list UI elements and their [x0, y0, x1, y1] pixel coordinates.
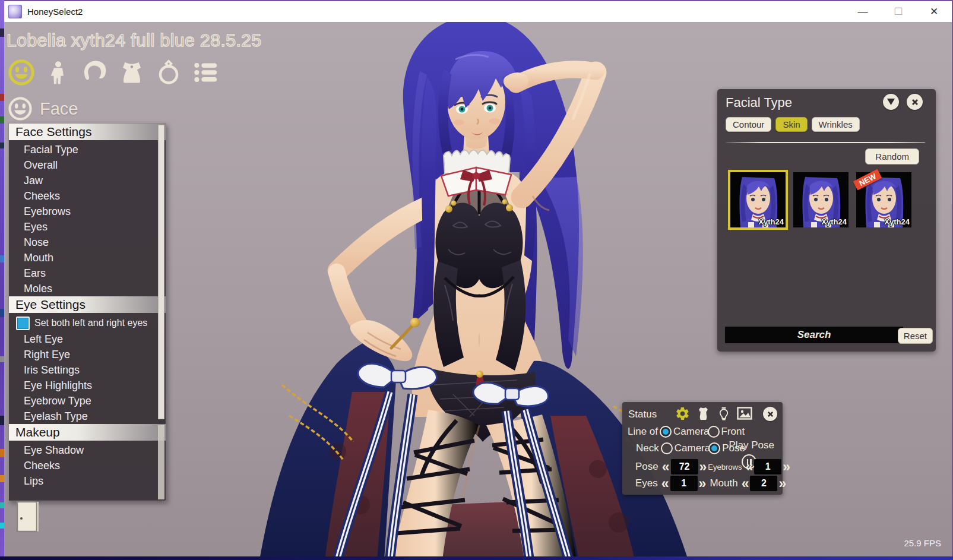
collapse-panel-button[interactable] — [883, 94, 899, 110]
menu-item-ears[interactable]: Ears — [9, 265, 166, 281]
close-icon — [911, 99, 919, 106]
panel-divider — [726, 142, 925, 143]
line-of-sight-camera-label: Camera — [673, 426, 709, 438]
clothes-category-icon[interactable] — [118, 59, 145, 86]
section-header-makeup: Makeup — [9, 424, 166, 441]
maximize-button[interactable]: ☐ — [881, 1, 916, 22]
facial-type-panel: Facial Type Contour Skin Wrinkles Random — [717, 89, 936, 352]
desktop-icon-fragment — [0, 475, 4, 482]
clothing-icon[interactable] — [695, 406, 711, 421]
increment-icon[interactable]: » — [699, 461, 707, 473]
body-category-icon[interactable] — [45, 59, 72, 86]
lightbulb-icon[interactable] — [716, 406, 732, 421]
menu-item-eyebrow-type[interactable]: Eyebrow Type — [9, 393, 166, 409]
tab-skin[interactable]: Skin — [775, 117, 807, 132]
titlebar: HoneySelect2 — ☐ ✕ — [4, 1, 952, 22]
image-icon[interactable] — [737, 406, 752, 421]
eyes-stepper-label: Eyes — [635, 477, 658, 489]
menu-item-eyelash-type[interactable]: Eyelash Type — [9, 409, 166, 424]
window-controls: — ☐ ✕ — [845, 1, 952, 22]
status-title: Status — [628, 409, 657, 420]
section-header-eye-settings: Eye Settings — [9, 296, 166, 313]
eyes-value: 1 — [670, 476, 698, 491]
line-of-sight-label: Line of — [628, 426, 658, 438]
neck-camera-radio[interactable] — [661, 442, 673, 454]
pose-value: 72 — [671, 459, 698, 474]
gear-icon[interactable] — [675, 406, 690, 421]
increment-icon[interactable]: » — [778, 477, 786, 489]
gold-pin-head — [410, 318, 420, 327]
both-eyes-checkbox-row[interactable]: Set both left and right eyes — [9, 315, 166, 331]
decrement-icon[interactable]: « — [745, 461, 753, 473]
thumbnail-label: Xyth24 — [884, 217, 910, 226]
line-of-sight-camera-radio[interactable] — [660, 426, 672, 438]
menu-item-jaw[interactable]: Jaw — [9, 173, 166, 188]
thumbnail-xyth24-2[interactable]: Xyth24 — [793, 172, 848, 227]
mouth-stepper-label: Mouth — [710, 477, 737, 489]
menu-item-left-eye[interactable]: Left Eye — [9, 331, 166, 347]
menu-item-nose[interactable]: Nose — [9, 235, 166, 250]
menu-item-makeup-cheeks[interactable]: Cheeks — [9, 458, 166, 473]
neck-pose-radio[interactable] — [708, 442, 720, 454]
tab-contour[interactable]: Contour — [726, 117, 771, 132]
reset-button[interactable]: Reset — [898, 328, 933, 344]
scrollbar-thumb[interactable] — [158, 125, 164, 419]
search-input[interactable]: Search — [725, 327, 903, 343]
increment-icon[interactable]: » — [783, 461, 790, 473]
close-button[interactable]: ✕ — [916, 1, 952, 22]
preset-name-heading: Lobelia xyth24 full blue 28.5.25 — [7, 30, 262, 50]
minimize-button[interactable]: — — [845, 1, 881, 22]
desktop-icon-fragment — [0, 116, 4, 124]
scrollbar-track[interactable] — [158, 425, 164, 499]
close-status-button[interactable] — [763, 407, 777, 421]
status-panel: Status Line of — [622, 402, 783, 495]
thumbnail-xyth24-3[interactable]: NEW Xyth24 — [856, 172, 911, 227]
menu-item-mouth[interactable]: Mouth — [9, 250, 166, 265]
desktop-icon-fragment — [0, 356, 4, 362]
desktop-icon-fragment — [0, 143, 4, 148]
decrement-icon[interactable]: « — [662, 461, 670, 473]
desktop-icon-fragment — [0, 255, 4, 262]
random-button[interactable]: Random — [865, 148, 919, 164]
thumbnail-xyth24-1[interactable]: Xyth24 — [730, 172, 786, 227]
both-eyes-checkbox[interactable] — [16, 317, 30, 330]
menu-item-right-eye[interactable]: Right Eye — [9, 347, 166, 362]
menu-item-cheeks[interactable]: Cheeks — [9, 188, 166, 204]
section-header-face-settings: Face Settings — [9, 124, 166, 140]
menu-item-overall[interactable]: Overall — [9, 157, 166, 173]
option-list-category-icon[interactable] — [192, 59, 219, 86]
desktop-edge — [0, 0, 4, 560]
close-panel-button[interactable] — [907, 94, 923, 110]
accessories-category-icon[interactable] — [155, 59, 182, 86]
menu-item-eyebrows[interactable]: Eyebrows — [9, 204, 166, 219]
desktop-icon-fragment — [0, 449, 4, 457]
category-toolbar — [8, 59, 219, 86]
tab-wrinkles[interactable]: Wrinkles — [812, 117, 860, 132]
face-category-icon[interactable] — [8, 59, 35, 86]
neck-camera-label: Camera — [675, 442, 710, 454]
decrement-icon[interactable]: « — [742, 477, 749, 489]
left-arm — [337, 207, 427, 361]
line-of-sight-front-radio[interactable] — [708, 426, 720, 438]
app-icon — [8, 5, 22, 18]
exit-door-button[interactable] — [16, 501, 40, 533]
menu-item-iris-settings[interactable]: Iris Settings — [9, 362, 166, 378]
increment-icon[interactable]: » — [699, 477, 707, 489]
chevron-down-icon — [887, 99, 895, 105]
neck-label: Neck — [636, 442, 659, 454]
play-pose-label: Play Pose — [729, 439, 774, 451]
menu-item-facial-type[interactable]: Facial Type — [9, 142, 166, 157]
menu-item-eye-shadow[interactable]: Eye Shadow — [9, 442, 166, 458]
close-icon — [767, 411, 774, 417]
decrement-icon[interactable]: « — [661, 477, 669, 489]
door-handle — [20, 517, 23, 520]
menu-item-lips[interactable]: Lips — [9, 473, 166, 489]
line-of-sight-front-label: Front — [721, 426, 745, 438]
menu-item-eye-highlights[interactable]: Eye Highlights — [9, 378, 166, 393]
menu-item-moles[interactable]: Moles — [9, 281, 166, 296]
hair-category-icon[interactable] — [81, 59, 109, 86]
menu-item-eyes[interactable]: Eyes — [9, 219, 166, 235]
thumbnail-label: Xyth24 — [821, 217, 847, 226]
thumbnail-label: Xyth24 — [758, 217, 784, 226]
desktop-icon-fragment — [0, 29, 4, 37]
